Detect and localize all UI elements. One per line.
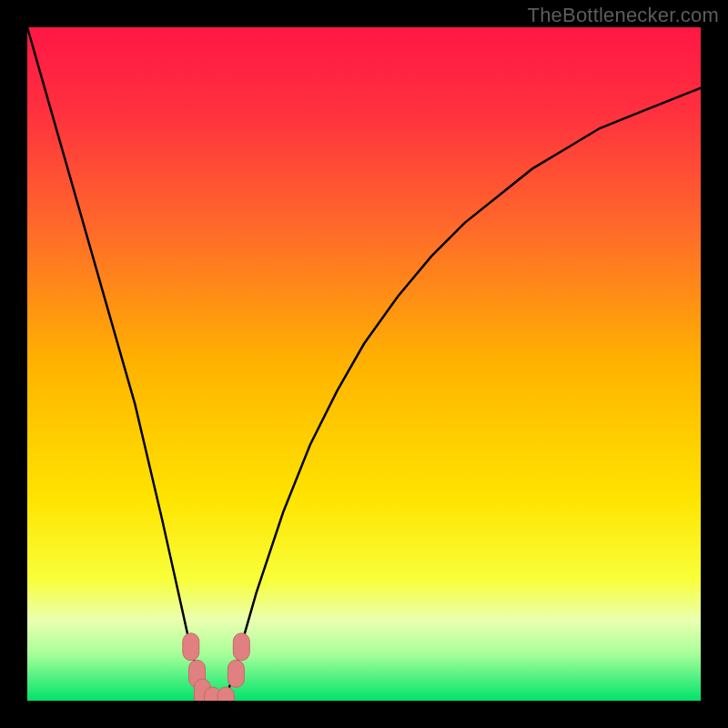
marker: [233, 633, 249, 661]
plot-area: [27, 27, 701, 701]
watermark-text: TheBottlenecker.com: [528, 4, 719, 27]
marker: [228, 660, 244, 687]
marker: [217, 687, 234, 701]
plot-svg: [27, 27, 701, 701]
chart-frame: TheBottlenecker.com: [0, 0, 728, 728]
marker: [183, 633, 199, 661]
